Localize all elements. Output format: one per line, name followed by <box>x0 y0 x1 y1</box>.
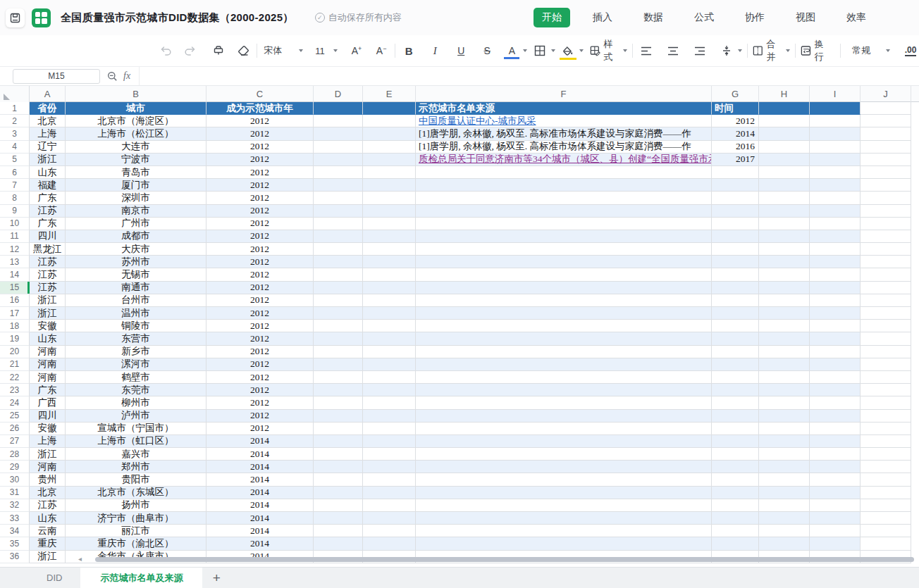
cell[interactable] <box>712 537 759 550</box>
cell[interactable]: 宣城市（宁国市） <box>66 423 206 435</box>
cell[interactable] <box>363 268 416 281</box>
column-header-F[interactable]: F <box>416 86 712 102</box>
cell[interactable] <box>759 512 810 525</box>
cell[interactable] <box>861 127 911 140</box>
cell[interactable]: 浙江 <box>30 448 66 461</box>
cell[interactable] <box>861 487 911 499</box>
cell[interactable] <box>314 268 363 281</box>
cell[interactable]: 广东 <box>30 192 66 204</box>
cell[interactable] <box>363 396 416 409</box>
cell[interactable] <box>810 307 861 320</box>
row-number[interactable]: 26 <box>0 423 30 435</box>
cell[interactable]: 贵州 <box>30 473 66 486</box>
cell[interactable] <box>759 423 810 435</box>
cell[interactable] <box>314 256 363 268</box>
row-number[interactable]: 13 <box>0 256 30 268</box>
cell[interactable] <box>416 179 712 192</box>
cell[interactable]: 江苏 <box>30 282 66 294</box>
row-number[interactable]: 10 <box>0 218 30 230</box>
cell[interactable]: [1]唐学朋, 余林徽, 杨双至. 高标准市场体系建设与家庭消费——作 <box>416 127 712 140</box>
cell[interactable]: 2012 <box>206 358 314 371</box>
cell[interactable] <box>363 243 416 256</box>
cell[interactable] <box>712 294 759 307</box>
document-title[interactable]: 全国质量强市示范城市DID数据集（2000-2025） <box>61 11 294 25</box>
cell[interactable]: 2012 <box>206 332 314 345</box>
cell[interactable] <box>416 423 712 435</box>
align-left-button[interactable] <box>638 41 655 61</box>
cell[interactable]: 北京 <box>30 115 66 127</box>
row-number[interactable]: 23 <box>0 384 30 396</box>
cell[interactable] <box>810 473 861 486</box>
cell[interactable] <box>759 332 810 345</box>
cell[interactable]: 浙江 <box>30 294 66 307</box>
cell[interactable] <box>759 346 810 358</box>
column-header-J[interactable]: J <box>861 86 911 102</box>
cell[interactable] <box>810 294 861 307</box>
cell[interactable] <box>810 243 861 256</box>
font-name-select[interactable]: 宋体 <box>262 41 304 61</box>
cell[interactable] <box>861 537 911 550</box>
cell[interactable] <box>416 256 712 268</box>
cell[interactable] <box>712 358 759 371</box>
cell[interactable] <box>416 525 712 537</box>
cell[interactable] <box>861 499 911 512</box>
cell[interactable]: 2014 <box>206 473 314 486</box>
row-number[interactable]: 21 <box>0 358 30 371</box>
cell[interactable] <box>363 282 416 294</box>
cell[interactable] <box>712 268 759 281</box>
row-number[interactable]: 36 <box>0 551 30 563</box>
cell[interactable]: 济宁市（曲阜市） <box>66 512 206 525</box>
cell[interactable]: 2014 <box>206 461 314 473</box>
cell[interactable] <box>314 166 363 179</box>
italic-button[interactable]: I <box>426 41 443 61</box>
cell[interactable]: 2012 <box>712 115 759 127</box>
cell[interactable] <box>759 154 810 166</box>
row-number[interactable]: 14 <box>0 268 30 281</box>
cell[interactable] <box>861 384 911 396</box>
cell[interactable] <box>810 127 861 140</box>
row-number[interactable]: 35 <box>0 537 30 550</box>
row-number[interactable]: 16 <box>0 294 30 307</box>
menu-item-6[interactable]: 效率 <box>838 8 875 27</box>
cell[interactable]: 郑州市 <box>66 461 206 473</box>
cell[interactable] <box>712 487 759 499</box>
cell[interactable] <box>314 396 363 409</box>
cell[interactable] <box>416 282 712 294</box>
cell[interactable] <box>810 332 861 345</box>
cell[interactable] <box>314 384 363 396</box>
cell[interactable] <box>810 358 861 371</box>
row-number[interactable]: 4 <box>0 141 30 154</box>
row-number[interactable]: 1 <box>0 102 30 115</box>
cell[interactable]: 东营市 <box>66 332 206 345</box>
cell[interactable] <box>712 346 759 358</box>
cell[interactable] <box>810 384 861 396</box>
cell[interactable] <box>759 243 810 256</box>
cell[interactable] <box>861 268 911 281</box>
cell[interactable]: 四川 <box>30 410 66 423</box>
cell[interactable]: 新乡市 <box>66 346 206 358</box>
cell[interactable] <box>314 410 363 423</box>
row-number[interactable]: 29 <box>0 461 30 473</box>
cell[interactable] <box>759 102 810 115</box>
cell[interactable]: 泸州市 <box>66 410 206 423</box>
column-header-H[interactable]: H <box>759 86 810 102</box>
cell[interactable] <box>363 205 416 218</box>
cell[interactable] <box>416 166 712 179</box>
cell[interactable] <box>759 166 810 179</box>
cell[interactable] <box>861 332 911 345</box>
cell[interactable] <box>810 179 861 192</box>
cell[interactable] <box>416 358 712 371</box>
cell[interactable] <box>712 473 759 486</box>
cell[interactable] <box>416 307 712 320</box>
cell[interactable]: 河南 <box>30 461 66 473</box>
borders-button[interactable] <box>531 41 548 61</box>
formula-input[interactable] <box>139 67 919 85</box>
cell[interactable]: 2012 <box>206 282 314 294</box>
cell[interactable] <box>314 358 363 371</box>
cell[interactable] <box>363 320 416 332</box>
cell[interactable] <box>314 205 363 218</box>
row-number[interactable]: 8 <box>0 192 30 204</box>
cell[interactable] <box>363 218 416 230</box>
cell[interactable]: 上海 <box>30 127 66 140</box>
cell[interactable] <box>712 332 759 345</box>
